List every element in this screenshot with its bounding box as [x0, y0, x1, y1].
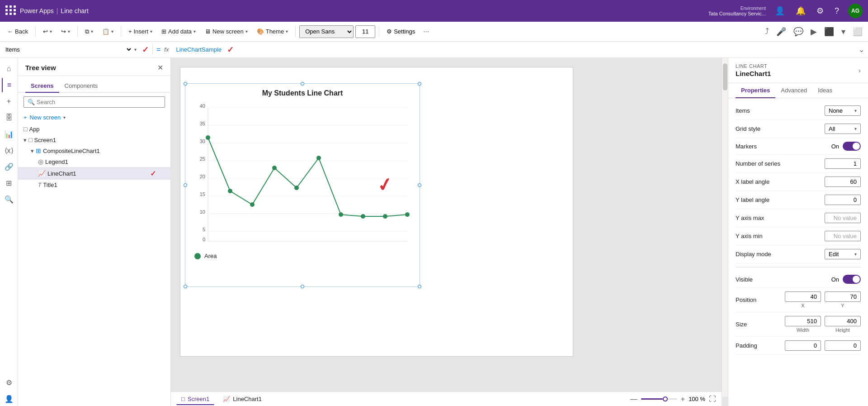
redo-chevron: ▾ — [68, 29, 70, 34]
font-select[interactable]: Open Sans — [299, 25, 354, 38]
tree-item-title1[interactable]: T Title1 — [18, 180, 170, 190]
more-options-button[interactable]: ··· — [420, 26, 432, 38]
comment-icon[interactable]: 💬 — [792, 25, 805, 38]
x-label-angle-input[interactable] — [825, 177, 861, 187]
legend1-icon: ◎ — [38, 158, 43, 165]
insert-button[interactable]: + Insert ▾ — [125, 26, 156, 37]
tree-item-legend1[interactable]: ◎ Legend1 — [18, 156, 170, 167]
padding-right-input[interactable] — [825, 340, 861, 351]
user-avatar[interactable]: AG — [848, 4, 863, 18]
tab-properties[interactable]: Properties — [736, 83, 775, 98]
canvas-area[interactable]: My Students Line Chart 40 35 30 25 20 15… — [171, 58, 728, 406]
zoom-slider[interactable] — [641, 398, 677, 400]
svg-text:Moscow: Moscow — [303, 245, 320, 246]
separator-4 — [295, 26, 296, 37]
handle-br[interactable] — [418, 285, 421, 288]
paste-button[interactable]: 📋 ▾ — [99, 26, 117, 37]
fullscreen-button[interactable]: ⛶ — [709, 395, 716, 403]
insert-icon[interactable]: + — [2, 94, 16, 109]
y-axis-max-input[interactable] — [825, 213, 861, 223]
prop-x-label-angle: X label angle — [736, 173, 861, 191]
media-icon[interactable]: ⊞ — [2, 176, 16, 190]
tree-item-composite[interactable]: ▾ ⊞ CompositeLineChart1 — [18, 145, 170, 156]
handle-tm[interactable] — [301, 82, 304, 86]
person-icon[interactable]: 👤 — [773, 4, 787, 18]
handle-bl[interactable] — [184, 285, 187, 288]
settings-icon[interactable]: ⚙ — [815, 4, 826, 18]
vertical-scroll-thumb[interactable] — [723, 63, 727, 91]
connections-icon[interactable]: 🔗 — [2, 159, 16, 174]
notification-icon[interactable]: 🔔 — [794, 4, 807, 18]
y-label-angle-input[interactable] — [825, 195, 861, 205]
mic-icon[interactable]: 🎤 — [774, 25, 788, 38]
items-select[interactable]: None ▾ — [825, 105, 861, 116]
display-mode-select[interactable]: Edit ▾ — [825, 249, 861, 259]
size-width-input[interactable] — [785, 316, 821, 326]
y-axis-min-input[interactable] — [825, 231, 861, 241]
expand-icon[interactable]: ⬜ — [851, 25, 864, 38]
undo-button[interactable]: ↩ ▾ — [39, 26, 56, 37]
property-select[interactable]: Items — [4, 46, 132, 53]
redo-button[interactable]: ↪ ▾ — [57, 26, 74, 37]
x-label-angle-label: X label angle — [736, 178, 769, 185]
markers-toggle[interactable] — [843, 142, 861, 151]
screen1-tab-icon: □ — [181, 396, 185, 402]
data-icon[interactable]: 🗄 — [2, 110, 16, 125]
display-mode-value: Edit — [829, 251, 839, 258]
pos-x-input[interactable] — [785, 291, 821, 302]
help-icon[interactable]: ? — [833, 5, 841, 18]
add-data-button[interactable]: ⊞ Add data ▾ — [158, 26, 199, 37]
size-height-input[interactable] — [825, 316, 861, 326]
handle-ml[interactable] — [184, 183, 187, 187]
size-height-item: Height — [825, 316, 861, 333]
formula-expand-button[interactable]: ⌄ — [859, 45, 864, 54]
analytics-icon[interactable]: 📊 — [2, 127, 16, 141]
gear-bottom-icon[interactable]: ⚙ — [2, 375, 16, 390]
handle-tl[interactable] — [184, 82, 187, 86]
search-input[interactable] — [37, 99, 161, 105]
home-icon[interactable]: ⌂ — [2, 62, 16, 76]
zoom-out-button[interactable]: — — [630, 395, 637, 403]
new-screen-button[interactable]: 🖥 New screen ▾ — [201, 26, 251, 37]
play-icon[interactable]: ▶ — [809, 25, 819, 38]
handle-mr[interactable] — [418, 183, 421, 187]
linechart1-tab[interactable]: 📈 LineChart1 — [218, 393, 267, 405]
tab-screens[interactable]: Screens — [25, 80, 59, 93]
props-expand-button[interactable]: › — [859, 67, 861, 74]
tab-ideas[interactable]: Ideas — [812, 83, 838, 98]
copy-button[interactable]: ⧉ ▾ — [81, 26, 97, 37]
handle-bm[interactable] — [301, 285, 304, 288]
layout-icon[interactable]: ⬛ — [822, 25, 836, 38]
app-grid-icon[interactable] — [5, 5, 16, 16]
num-series-input[interactable] — [825, 158, 861, 169]
formula-value: LineChartSample — [172, 46, 221, 53]
new-screen-button[interactable]: + New screen ▾ — [18, 111, 170, 124]
share-icon[interactable]: ⤴ — [763, 25, 771, 38]
padding-left-input[interactable] — [785, 340, 821, 351]
tree-item-screen1[interactable]: ▾ □ Screen1 — [18, 134, 170, 145]
tab-components[interactable]: Components — [59, 80, 104, 93]
search-icon[interactable]: 🔍 — [2, 192, 16, 206]
font-size-input[interactable] — [355, 25, 375, 38]
screen1-tab[interactable]: □ Screen1 — [176, 393, 214, 405]
tree-close-button[interactable]: ✕ — [157, 63, 163, 72]
zoom-in-button[interactable]: + — [681, 395, 685, 403]
tab-advanced[interactable]: Advanced — [775, 83, 812, 98]
theme-button[interactable]: 🎨 Theme ▾ — [253, 26, 292, 37]
tree-item-linechart1[interactable]: 📈 LineChart1 ✓ ··· — [18, 167, 170, 180]
tree-icon[interactable]: ≡ — [2, 78, 16, 92]
vertical-scrollbar[interactable] — [722, 58, 728, 397]
pos-x-label: X — [785, 303, 821, 308]
user-bottom-icon[interactable]: 👤 — [2, 392, 16, 406]
sidebar-chevron[interactable]: ▾ — [840, 25, 847, 38]
visible-toggle[interactable] — [843, 275, 861, 284]
handle-tr[interactable] — [418, 82, 421, 86]
app-title: Power Apps | Line chart — [20, 7, 89, 14]
variables-icon[interactable]: ⟨x⟩ — [2, 143, 16, 158]
chart-component[interactable]: My Students Line Chart 40 35 30 25 20 15… — [185, 83, 420, 287]
tree-item-app[interactable]: □ App — [18, 124, 170, 134]
settings-button[interactable]: ⚙ Settings — [383, 26, 419, 37]
back-button[interactable]: ← Back — [4, 26, 32, 37]
grid-style-select[interactable]: All ▾ — [825, 124, 861, 134]
pos-y-input[interactable] — [825, 291, 861, 302]
